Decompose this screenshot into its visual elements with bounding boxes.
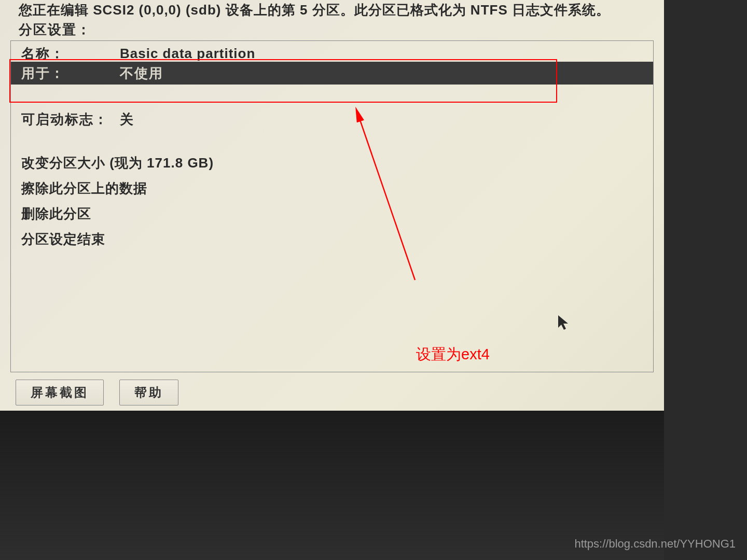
action-list: 改变分区大小 (现为 171.8 GB) 擦除此分区上的数据 删除此分区 分区设…: [21, 154, 214, 256]
bottom-button-bar: 屏幕截图 帮助: [16, 380, 178, 405]
bootflag-label: 可启动标志：: [21, 110, 120, 129]
action-resize[interactable]: 改变分区大小 (现为 171.8 GB): [21, 154, 214, 172]
below-screen-area: [0, 411, 664, 560]
action-delete[interactable]: 删除此分区: [21, 205, 214, 223]
watermark-text: https://blog.csdn.net/YYHONG1: [574, 537, 736, 551]
useas-label: 用于：: [21, 64, 120, 82]
context-line-2: 分区设置：: [19, 21, 91, 39]
useas-value: 不使用: [120, 64, 163, 82]
context-line-1: 您正在编辑 SCSI2 (0,0,0) (sdb) 设备上的第 5 分区。此分区…: [19, 1, 610, 19]
action-done[interactable]: 分区设定结束: [21, 230, 214, 248]
help-button[interactable]: 帮助: [119, 380, 178, 405]
row-bootflag[interactable]: 可启动标志： 关: [11, 110, 653, 129]
action-erase[interactable]: 擦除此分区上的数据: [21, 179, 214, 198]
name-value: Basic data partition: [120, 46, 255, 62]
right-of-screen-area: [664, 0, 747, 560]
installer-screen: 您正在编辑 SCSI2 (0,0,0) (sdb) 设备上的第 5 分区。此分区…: [0, 0, 664, 446]
row-name: 名称： Basic data partition: [11, 44, 653, 63]
bootflag-value: 关: [120, 110, 134, 129]
row-use-as[interactable]: 用于： 不使用: [11, 62, 653, 85]
screenshot-button[interactable]: 屏幕截图: [16, 380, 104, 405]
name-label: 名称：: [21, 45, 120, 63]
partition-settings-panel: 名称： Basic data partition 用于： 不使用 可启动标志： …: [10, 40, 654, 372]
